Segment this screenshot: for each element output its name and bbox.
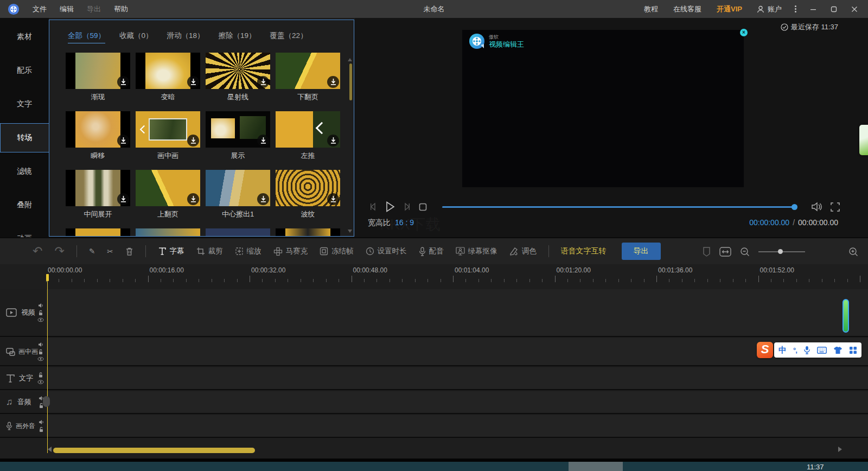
pip-track-lane[interactable]: [46, 338, 868, 365]
transition-tab[interactable]: 滑动（18）: [167, 31, 205, 43]
hscroll-right-arrow[interactable]: [838, 447, 842, 452]
speaker-icon[interactable]: [39, 419, 44, 425]
download-icon[interactable]: [257, 193, 269, 205]
transition-tab[interactable]: 全部（59）: [68, 31, 105, 43]
watermark-close-icon[interactable]: ×: [740, 29, 748, 36]
sogou-logo-icon[interactable]: S: [757, 342, 773, 358]
split-scissors-button[interactable]: ✂: [107, 247, 113, 256]
menu-export[interactable]: 导出: [80, 4, 107, 14]
subtitle-tool[interactable]: 字幕: [158, 246, 184, 256]
eye-icon[interactable]: [37, 317, 44, 322]
lock-icon[interactable]: [39, 427, 44, 432]
speaker-icon[interactable]: [38, 342, 43, 347]
audio-track-lane[interactable]: [46, 391, 868, 413]
download-icon[interactable]: [187, 193, 199, 205]
track-head-voiceover[interactable]: 画外音: [0, 415, 46, 437]
timeline-zoom-slider[interactable]: [758, 251, 805, 252]
menu-file[interactable]: 文件: [26, 4, 53, 14]
eye-icon[interactable]: [37, 380, 44, 385]
transition-item[interactable]: 中心擦出1: [206, 170, 270, 219]
download-icon[interactable]: [257, 76, 269, 88]
stop-button[interactable]: [419, 203, 427, 211]
menu-edit[interactable]: 编辑: [53, 4, 80, 14]
close-button[interactable]: [845, 0, 864, 18]
transition-item[interactable]: [136, 228, 200, 236]
freeze-frame-tool[interactable]: 冻结帧: [320, 246, 354, 256]
set-duration-tool[interactable]: 设置时长: [366, 246, 407, 256]
sidebar-item[interactable]: 配乐: [0, 56, 49, 85]
transition-item[interactable]: 左推: [276, 111, 340, 161]
transition-item[interactable]: 变暗: [136, 53, 200, 102]
account-button[interactable]: 账户: [751, 4, 787, 14]
download-icon[interactable]: [327, 135, 339, 147]
transition-item[interactable]: 下翻页: [276, 53, 340, 102]
fit-timeline-icon[interactable]: [719, 247, 731, 257]
timeline-zoom-knob[interactable]: [778, 249, 783, 254]
mic-icon[interactable]: [803, 346, 810, 354]
sidebar-item[interactable]: 转场: [0, 123, 49, 152]
speaker-icon[interactable]: [38, 303, 43, 308]
ime-mode-toggle[interactable]: 中: [778, 345, 787, 355]
tutorial-link[interactable]: 教程: [637, 4, 665, 14]
download-icon[interactable]: [327, 193, 339, 205]
transition-item[interactable]: [206, 228, 270, 236]
text-track-lane[interactable]: [46, 367, 868, 389]
transition-item[interactable]: 中间展开: [66, 170, 130, 219]
timeline-ruler[interactable]: 00:00:00.0000:00:16.0000:00:32.0000:00:4…: [46, 264, 868, 282]
minimize-button[interactable]: [804, 0, 822, 18]
sidebar-item[interactable]: 文字: [0, 90, 49, 119]
crop-tool[interactable]: 裁剪: [196, 246, 223, 256]
transition-tab[interactable]: 擦除（19）: [219, 31, 256, 43]
play-button[interactable]: [385, 201, 395, 212]
zoom-tool[interactable]: 缩放: [235, 246, 261, 256]
keyboard-icon[interactable]: [817, 347, 827, 354]
menu-help[interactable]: 帮助: [107, 4, 135, 14]
voiceover-track-lane[interactable]: [46, 415, 868, 437]
transition-tab[interactable]: 收藏（0）: [119, 31, 153, 43]
sidebar-item[interactable]: 素材: [0, 22, 49, 52]
zoom-out-icon[interactable]: [740, 247, 750, 257]
download-icon[interactable]: [257, 135, 269, 147]
download-icon[interactable]: [187, 135, 199, 147]
download-icon[interactable]: [117, 193, 129, 205]
marker-icon[interactable]: [703, 247, 711, 257]
playhead-handle[interactable]: [46, 274, 49, 281]
playhead-line[interactable]: [47, 281, 48, 453]
lock-icon[interactable]: [38, 349, 43, 355]
volume-icon[interactable]: [811, 202, 822, 212]
download-icon[interactable]: [117, 76, 129, 88]
timeline-horizontal-scrollbar[interactable]: [53, 448, 255, 453]
delete-button[interactable]: [125, 247, 133, 256]
aspect-ratio[interactable]: 宽高比16 : 9: [368, 218, 414, 228]
transition-item[interactable]: 渐现: [66, 53, 130, 102]
sidebar-item[interactable]: 叠附: [0, 190, 49, 220]
previous-frame-button[interactable]: [369, 202, 378, 211]
lock-icon[interactable]: [38, 310, 43, 316]
seek-knob[interactable]: [792, 204, 797, 210]
support-link[interactable]: 在线客服: [667, 4, 708, 14]
transition-tab[interactable]: 覆盖（22）: [270, 31, 308, 43]
green-screen-tool[interactable]: 绿幕抠像: [456, 246, 497, 256]
panel-scroll-down-icon[interactable]: [348, 230, 352, 233]
skin-icon[interactable]: [833, 346, 843, 354]
transition-item[interactable]: [276, 228, 340, 236]
fullscreen-icon[interactable]: [831, 202, 840, 212]
speech-text-convert-button[interactable]: 语音文字互转: [561, 246, 607, 256]
dubbing-tool[interactable]: 配音: [419, 246, 444, 256]
mosaic-tool[interactable]: 马赛克: [273, 246, 308, 256]
track-head-pip[interactable]: 画中画: [0, 338, 46, 365]
more-menu-icon[interactable]: [789, 5, 802, 12]
download-icon[interactable]: [187, 76, 199, 88]
vip-link[interactable]: 开通VIP: [710, 4, 749, 14]
undo-button[interactable]: ↶: [33, 244, 42, 258]
transition-item[interactable]: 展示: [206, 111, 270, 161]
toolbox-icon[interactable]: [849, 346, 857, 354]
color-grading-tool[interactable]: 调色: [509, 246, 537, 256]
track-head-video[interactable]: 视频: [0, 289, 46, 336]
eye-icon[interactable]: [37, 357, 44, 361]
track-vertical-scrollbar[interactable]: [843, 299, 849, 333]
transition-item[interactable]: 星射线: [206, 53, 270, 102]
seek-bar[interactable]: [442, 206, 796, 208]
redo-button[interactable]: ↷: [54, 244, 64, 258]
download-icon[interactable]: [327, 76, 339, 88]
